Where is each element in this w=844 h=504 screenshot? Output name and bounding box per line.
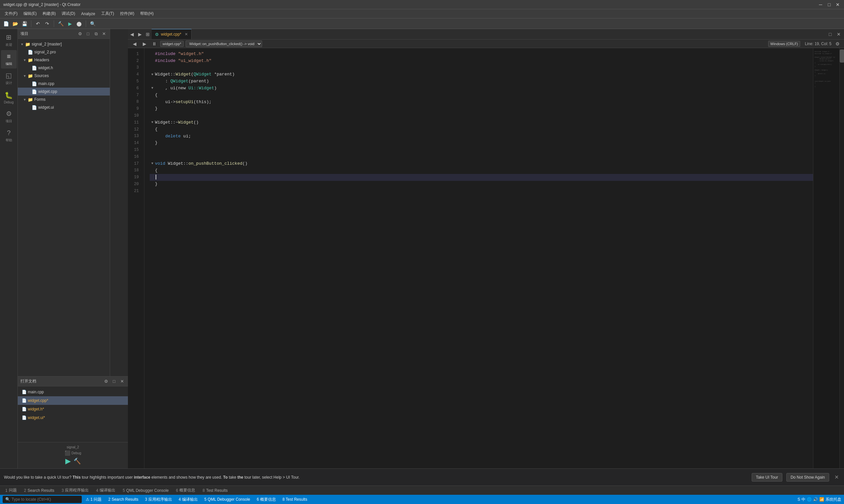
side-icon-Debug[interactable]: 🐛Debug xyxy=(1,88,17,107)
menu-item-f[interactable]: 文件(F) xyxy=(2,10,20,17)
bottom-tab-[interactable]: 1问题 xyxy=(2,487,20,494)
tree-item-widgetcpp[interactable]: 📄widget.cpp xyxy=(18,88,110,95)
scrollbar-thumb[interactable] xyxy=(840,49,844,62)
tree-item-forms[interactable]: ▼📁Forms xyxy=(18,95,110,104)
minimize-button[interactable]: ─ xyxy=(817,2,824,7)
code-line-3[interactable] xyxy=(150,65,813,71)
status-overview[interactable]: 6 概要信息 xyxy=(254,495,279,504)
undo-button[interactable]: ↶ xyxy=(34,20,42,28)
menu-item-t[interactable]: 工具(T) xyxy=(99,10,117,17)
close-button[interactable]: ✕ xyxy=(835,2,841,7)
bottom-tab-[interactable]: 4编译输出 xyxy=(93,487,119,494)
status-search-results[interactable]: 2 Search Results xyxy=(105,495,141,504)
code-line-16[interactable] xyxy=(150,154,813,160)
status-compile-output[interactable]: 4 编译输出 xyxy=(176,495,201,504)
status-issues[interactable]: ⚠ 1 问题 xyxy=(83,495,104,504)
code-content[interactable]: #include "widget.h"#include "ui_widget.h… xyxy=(144,48,813,468)
tree-item-sources[interactable]: ▼📁Sources xyxy=(18,72,110,80)
take-ui-tour-button[interactable]: Take UI Tour xyxy=(752,473,782,482)
doc-item-widgetcpp[interactable]: 📄 widget.cpp* xyxy=(18,396,128,405)
code-line-21[interactable] xyxy=(150,188,813,195)
tab-next-button[interactable]: ▶ xyxy=(136,29,144,39)
fold-indicator-6[interactable]: ▼ xyxy=(150,86,155,91)
notification-close-button[interactable]: ✕ xyxy=(833,474,840,480)
fb-next-button[interactable]: ▶ xyxy=(140,38,148,49)
open-file-button[interactable]: 📂 xyxy=(11,20,19,28)
code-editor[interactable]: 123456789101112131415161718192021 #inclu… xyxy=(128,48,844,468)
bottom-tab-[interactable]: 6概要信息 xyxy=(173,487,199,494)
code-line-18[interactable]: { xyxy=(150,167,813,174)
code-line-15[interactable] xyxy=(150,147,813,154)
build-button[interactable]: 🔨 xyxy=(57,20,65,28)
menu-item-e[interactable]: 编辑(E) xyxy=(21,10,39,17)
side-icon-帮助[interactable]: ?帮助 xyxy=(1,126,17,145)
signal-build-button[interactable]: 🔨 xyxy=(73,457,81,466)
code-line-2[interactable]: #include "ui_widget.h" xyxy=(150,58,813,65)
search-button[interactable]: 🔍 xyxy=(89,20,97,28)
encoding-select[interactable]: Windows (CRLF) xyxy=(768,41,800,47)
maximize-button[interactable]: □ xyxy=(826,2,832,7)
panel-close-button[interactable]: ✕ xyxy=(101,31,107,37)
fold-indicator-4[interactable]: ▼ xyxy=(150,72,155,77)
signal-debug-icon[interactable]: ⬛ xyxy=(65,450,70,455)
code-line-9[interactable]: } xyxy=(150,105,813,112)
search-bar[interactable]: 🔍 xyxy=(3,496,82,503)
code-line-11[interactable]: ▼Widget::~Widget() xyxy=(150,119,813,126)
fold-indicator-17[interactable]: ▼ xyxy=(150,161,155,166)
do-not-show-button[interactable]: Do Not Show Again xyxy=(786,473,829,482)
code-line-10[interactable] xyxy=(150,112,813,119)
open-docs-split[interactable]: □ xyxy=(111,378,117,385)
fb-pause-button[interactable]: ⏸ xyxy=(150,38,158,49)
code-line-13[interactable]: delete ui; xyxy=(150,133,813,140)
code-line-17[interactable]: ▼void Widget::on_pushButton_clicked() xyxy=(150,160,813,167)
panel-float-button[interactable]: ⧉ xyxy=(93,31,99,37)
code-line-12[interactable]: { xyxy=(150,126,813,133)
editor-scrollbar[interactable] xyxy=(839,48,844,468)
fold-indicator-11[interactable]: ▼ xyxy=(150,120,155,125)
code-line-4[interactable]: ▼Widget::Widget(QWidget *parent) xyxy=(150,71,813,78)
bottom-tab-qmldebuggerconsole[interactable]: 5QML Debugger Console xyxy=(119,487,172,494)
status-test-results[interactable]: 8 Test Results xyxy=(280,495,310,504)
search-input[interactable] xyxy=(12,497,77,502)
run-button[interactable]: ▶ xyxy=(66,20,74,28)
code-line-8[interactable]: ui->setupUi(this); xyxy=(150,99,813,106)
debug-run-button[interactable]: ⬤ xyxy=(75,20,83,28)
side-icon-欢迎[interactable]: ⊞欢迎 xyxy=(1,31,17,49)
menu-item-b[interactable]: 构建(B) xyxy=(40,10,58,17)
settings-button[interactable]: ⚙ xyxy=(833,38,841,49)
side-icon-设计[interactable]: ◱设计 xyxy=(1,69,17,88)
tab-close-icon[interactable]: ✕ xyxy=(185,32,188,37)
close-editor-button[interactable]: ✕ xyxy=(835,29,843,39)
code-line-20[interactable]: } xyxy=(150,181,813,188)
split-editor-button[interactable]: □ xyxy=(826,29,834,39)
side-icon-项目[interactable]: ⚙项目 xyxy=(1,107,17,126)
save-file-button[interactable]: 💾 xyxy=(20,20,28,28)
menu-item-w[interactable]: 控件(W) xyxy=(117,10,137,17)
doc-item-maincpp[interactable]: 📄 main.cpp xyxy=(18,388,128,396)
status-qml-debugger[interactable]: 5 QML Debugger Console xyxy=(202,495,253,504)
tree-item-headers[interactable]: ▼📁Headers xyxy=(18,56,110,64)
bottom-tab-[interactable]: 3应用程序输出 xyxy=(58,487,92,494)
tab-widget-cpp[interactable]: ⚙ widget.cpp* ✕ xyxy=(152,29,192,39)
tree-item-widgeth[interactable]: 📄widget.h xyxy=(18,64,110,72)
tree-item-maincpp[interactable]: 📄main.cpp xyxy=(18,80,110,88)
code-line-6[interactable]: ▼ , ui(new Ui::Widget) xyxy=(150,85,813,92)
code-line-5[interactable]: : QWidget(parent) xyxy=(150,78,813,85)
menu-item-h[interactable]: 帮助(H) xyxy=(137,10,156,17)
code-line-19[interactable] xyxy=(150,174,813,181)
function-bar-file-select[interactable]: widget.cpp* xyxy=(160,41,184,47)
bottom-tab-searchresults[interactable]: 2Search Results xyxy=(21,487,58,494)
tab-prev-button[interactable]: ◀ xyxy=(128,29,136,39)
fb-prev-button[interactable]: ◀ xyxy=(131,38,138,49)
menu-item-analyze[interactable]: Analyze xyxy=(79,11,98,17)
bottom-tab-testresults[interactable]: 8Test Results xyxy=(199,487,231,494)
tab-menu-button[interactable]: ⊞ xyxy=(144,29,152,39)
panel-filter-button[interactable]: ⚙ xyxy=(77,31,83,37)
tree-item-signal2master[interactable]: ▼📁signal_2 [master] xyxy=(18,40,110,48)
panel-split-button[interactable]: □ xyxy=(85,31,91,37)
doc-item-widgetui[interactable]: 📄 widget.ui* xyxy=(18,413,128,422)
code-line-14[interactable]: } xyxy=(150,140,813,147)
status-app-output[interactable]: 3 应用程序输出 xyxy=(142,495,175,504)
signal-run-button[interactable]: ▶ xyxy=(65,457,71,466)
side-icon-编辑[interactable]: ≡编辑 xyxy=(1,50,17,69)
